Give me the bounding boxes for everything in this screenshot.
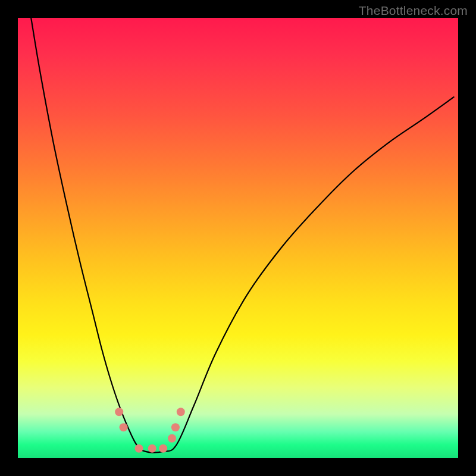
- marker-dot: [120, 423, 128, 431]
- marker-dot: [135, 444, 143, 453]
- marker-dot: [115, 408, 123, 416]
- plot-area: [18, 18, 458, 458]
- marker-dots: [18, 18, 458, 458]
- marker-dot: [171, 423, 180, 431]
- watermark-text: TheBottleneck.com: [359, 4, 468, 18]
- chart-stage: TheBottleneck.com: [0, 0, 476, 476]
- marker-dot: [159, 444, 167, 453]
- marker-dot: [168, 434, 176, 443]
- marker-dot: [177, 408, 185, 416]
- marker-dot: [148, 444, 156, 453]
